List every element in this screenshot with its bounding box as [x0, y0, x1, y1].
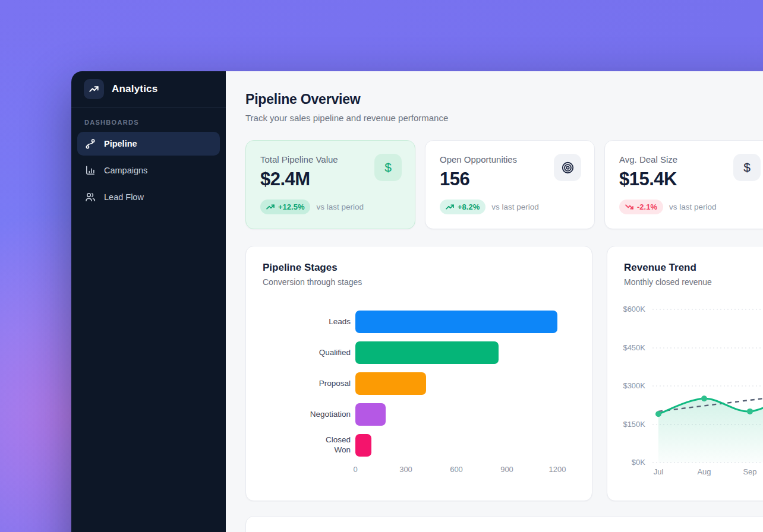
- data-point[interactable]: [701, 395, 707, 401]
- trend-up-icon: [266, 204, 275, 210]
- main-content: Pipeline Overview Track your sales pipel…: [226, 71, 763, 532]
- kpi-compare-label: vs last period: [316, 202, 364, 211]
- trend-up-icon: [446, 204, 455, 210]
- sidebar-section-label: DASHBOARDS: [84, 119, 220, 126]
- bar-category-label: Proposal: [319, 379, 351, 389]
- bar-negotiation[interactable]: [355, 403, 386, 426]
- bar-row: Qualified: [263, 341, 575, 364]
- bar-track: [355, 372, 575, 395]
- bar-track: [355, 311, 575, 333]
- trending-up-icon: [84, 79, 104, 99]
- kpi-card-2: Avg. Deal Size $15.4K -2.1% vs last peri…: [604, 140, 763, 229]
- kpi-footer: -2.1% vs last period: [619, 200, 759, 214]
- kpi-card-1: Open Opportunities 156 +8.2% vs last per…: [425, 140, 595, 229]
- target-icon: [554, 154, 581, 181]
- chart-title: Pipeline Stages: [263, 262, 575, 274]
- app-title: Analytics: [112, 83, 157, 95]
- kpi-change-value: +12.5%: [278, 202, 304, 211]
- y-axis-tick: $300K: [622, 381, 645, 390]
- trend-down-icon: [625, 204, 634, 210]
- bar-row: Leads: [263, 311, 575, 333]
- sidebar-item-label: Campaigns: [104, 166, 147, 175]
- y-axis-tick: $0K: [622, 458, 645, 467]
- sidebar-item-label: Pipeline: [104, 139, 137, 148]
- sidebar-item-label: Lead Flow: [104, 192, 144, 202]
- x-axis-tick: 1200: [549, 465, 566, 474]
- sidebar-item-campaigns[interactable]: Campaigns: [77, 159, 220, 182]
- y-axis-tick: $150K: [622, 420, 645, 429]
- revenue-trend-line-chart: $0K$150K$300K$450K$600KJulAugSep: [607, 246, 763, 501]
- pipeline-stages-card: Pipeline Stages Conversion through stage…: [245, 246, 592, 501]
- sidebar-item-pipeline[interactable]: Pipeline: [77, 132, 220, 156]
- clipped-bottom-card: [245, 516, 763, 532]
- bar-category-label: Qualified: [319, 348, 351, 358]
- dollar-icon: $: [733, 154, 761, 181]
- kpi-compare-label: vs last period: [491, 202, 539, 211]
- pipeline-stages-bar-chart: Leads Qualified Proposal Negotiation Clo…: [263, 311, 575, 476]
- bar-chart-icon: [84, 164, 96, 176]
- kpi-change-badge: -2.1%: [619, 200, 663, 214]
- desktop-background: Analytics DASHBOARDS Pipeline Campaigns …: [0, 0, 763, 532]
- revenue-trend-card: Revenue Trend Monthly closed revenue $0K…: [607, 246, 763, 501]
- x-axis-tick: 300: [399, 465, 412, 474]
- app-logo-row: Analytics: [77, 71, 220, 107]
- bar-track: [355, 341, 575, 364]
- page-title: Pipeline Overview: [245, 91, 763, 107]
- x-axis-tick: 600: [450, 465, 463, 474]
- kpi-change-badge: +8.2%: [440, 200, 485, 214]
- sidebar: Analytics DASHBOARDS Pipeline Campaigns …: [71, 71, 226, 532]
- x-axis-tick: 0: [353, 465, 357, 474]
- bar-category-label: Negotiation: [310, 410, 351, 420]
- page-subtitle: Track your sales pipeline and revenue pe…: [245, 113, 763, 123]
- bar-track: [355, 403, 575, 426]
- y-axis-tick: $450K: [622, 343, 645, 352]
- sidebar-nav: Pipeline Campaigns Lead Flow: [77, 132, 220, 209]
- data-point[interactable]: [655, 411, 661, 417]
- sidebar-divider: [71, 107, 226, 107]
- charts-row: Pipeline Stages Conversion through stage…: [245, 246, 763, 501]
- sidebar-item-lead-flow[interactable]: Lead Flow: [77, 185, 220, 209]
- bar-track: [355, 434, 575, 457]
- dollar-icon: $: [374, 154, 402, 181]
- kpi-change-badge: +12.5%: [260, 200, 310, 214]
- kpi-grid: Total Pipeline Value $2.4M +12.5% vs las…: [245, 140, 763, 229]
- kpi-change-value: -2.1%: [637, 202, 657, 211]
- chart-subtitle: Conversion through stages: [263, 277, 575, 287]
- x-axis-tick: 900: [500, 465, 513, 474]
- data-point[interactable]: [747, 408, 753, 414]
- kpi-footer: +8.2% vs last period: [440, 200, 580, 214]
- bar-x-axis: 03006009001200: [355, 465, 575, 476]
- revenue-trend-plot: [649, 303, 763, 476]
- bar-row: Closed Won: [263, 434, 575, 457]
- route-icon: [84, 138, 96, 150]
- bar-row: Proposal: [263, 372, 575, 395]
- bar-closed-won[interactable]: [355, 434, 371, 457]
- bar-category-label: Leads: [329, 317, 351, 327]
- bar-row: Negotiation: [263, 403, 575, 426]
- bar-proposal[interactable]: [355, 372, 426, 395]
- y-axis-tick: $600K: [622, 305, 645, 314]
- app-window: Analytics DASHBOARDS Pipeline Campaigns …: [71, 71, 763, 532]
- kpi-footer: +12.5% vs last period: [260, 200, 401, 214]
- users-icon: [84, 191, 96, 203]
- kpi-card-0: Total Pipeline Value $2.4M +12.5% vs las…: [245, 140, 415, 229]
- bar-category-label: Closed Won: [309, 435, 351, 455]
- bar-leads[interactable]: [355, 311, 557, 333]
- area-fill: [658, 391, 763, 463]
- bar-qualified[interactable]: [355, 341, 499, 364]
- kpi-change-value: +8.2%: [458, 202, 480, 211]
- kpi-compare-label: vs last period: [669, 202, 717, 211]
